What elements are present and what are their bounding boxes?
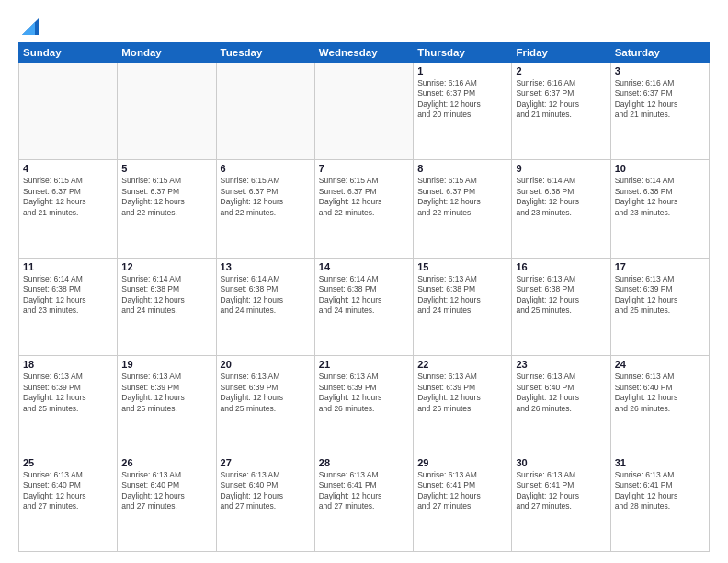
day-number: 18 (23, 359, 113, 370)
calendar-cell (118, 63, 216, 160)
day-number: 11 (23, 261, 113, 272)
page: SundayMondayTuesdayWednesdayThursdayFrid… (0, 0, 728, 563)
day-info: Sunrise: 6:13 AM Sunset: 6:38 PM Dayligh… (417, 274, 507, 316)
day-number: 10 (615, 163, 705, 174)
calendar-cell: 27Sunrise: 6:13 AM Sunset: 6:40 PM Dayli… (216, 454, 314, 551)
day-number: 17 (615, 261, 705, 272)
day-number: 13 (221, 261, 311, 272)
logo-icon (22, 15, 39, 35)
day-number: 8 (417, 163, 507, 174)
day-info: Sunrise: 6:16 AM Sunset: 6:37 PM Dayligh… (417, 78, 507, 121)
day-number: 20 (221, 359, 311, 370)
day-info: Sunrise: 6:13 AM Sunset: 6:39 PM Dayligh… (615, 274, 705, 316)
calendar-cell: 21Sunrise: 6:13 AM Sunset: 6:39 PM Dayli… (314, 356, 413, 454)
calendar-cell: 31Sunrise: 6:13 AM Sunset: 6:41 PM Dayli… (610, 454, 709, 551)
calendar-cell (19, 63, 118, 160)
day-number: 6 (221, 163, 311, 174)
day-number: 27 (221, 457, 311, 468)
day-info: Sunrise: 6:13 AM Sunset: 6:41 PM Dayligh… (615, 470, 705, 512)
day-info: Sunrise: 6:15 AM Sunset: 6:37 PM Dayligh… (121, 176, 211, 218)
day-info: Sunrise: 6:15 AM Sunset: 6:37 PM Dayligh… (319, 176, 409, 218)
calendar-cell: 9Sunrise: 6:14 AM Sunset: 6:38 PM Daylig… (512, 160, 610, 258)
day-number: 1 (417, 65, 507, 76)
weekday-header-sunday: Sunday (19, 43, 118, 63)
calendar-cell: 22Sunrise: 6:13 AM Sunset: 6:39 PM Dayli… (414, 356, 512, 454)
day-info: Sunrise: 6:13 AM Sunset: 6:39 PM Dayligh… (417, 372, 507, 414)
calendar-cell: 18Sunrise: 6:13 AM Sunset: 6:39 PM Dayli… (19, 356, 118, 454)
calendar-cell: 24Sunrise: 6:13 AM Sunset: 6:40 PM Dayli… (610, 356, 709, 454)
weekday-header-thursday: Thursday (414, 43, 512, 63)
day-info: Sunrise: 6:13 AM Sunset: 6:38 PM Dayligh… (516, 274, 606, 316)
calendar-cell: 17Sunrise: 6:13 AM Sunset: 6:39 PM Dayli… (610, 258, 709, 355)
calendar-cell: 28Sunrise: 6:13 AM Sunset: 6:41 PM Dayli… (314, 454, 413, 551)
day-number: 4 (23, 163, 113, 174)
header (18, 15, 710, 35)
day-number: 22 (417, 359, 507, 370)
weekday-header-saturday: Saturday (610, 43, 709, 63)
day-info: Sunrise: 6:13 AM Sunset: 6:41 PM Dayligh… (417, 470, 507, 512)
week-row-3: 11Sunrise: 6:14 AM Sunset: 6:38 PM Dayli… (19, 258, 710, 355)
calendar-cell: 3Sunrise: 6:16 AM Sunset: 6:37 PM Daylig… (610, 63, 709, 160)
day-number: 15 (417, 261, 507, 272)
week-row-5: 25Sunrise: 6:13 AM Sunset: 6:40 PM Dayli… (19, 454, 710, 551)
calendar-cell: 2Sunrise: 6:16 AM Sunset: 6:37 PM Daylig… (512, 63, 610, 160)
day-info: Sunrise: 6:13 AM Sunset: 6:39 PM Dayligh… (121, 372, 211, 414)
day-info: Sunrise: 6:13 AM Sunset: 6:41 PM Dayligh… (516, 470, 606, 512)
week-row-4: 18Sunrise: 6:13 AM Sunset: 6:39 PM Dayli… (19, 356, 710, 454)
calendar-cell: 23Sunrise: 6:13 AM Sunset: 6:40 PM Dayli… (512, 356, 610, 454)
week-row-1: 1Sunrise: 6:16 AM Sunset: 6:37 PM Daylig… (19, 63, 710, 160)
day-info: Sunrise: 6:14 AM Sunset: 6:38 PM Dayligh… (516, 176, 606, 218)
day-number: 24 (615, 359, 705, 370)
calendar-cell: 20Sunrise: 6:13 AM Sunset: 6:39 PM Dayli… (216, 356, 314, 454)
calendar-cell: 10Sunrise: 6:14 AM Sunset: 6:38 PM Dayli… (610, 160, 709, 258)
day-info: Sunrise: 6:13 AM Sunset: 6:39 PM Dayligh… (221, 372, 311, 414)
calendar-cell: 26Sunrise: 6:13 AM Sunset: 6:40 PM Dayli… (118, 454, 216, 551)
day-number: 3 (615, 65, 705, 76)
calendar-cell: 16Sunrise: 6:13 AM Sunset: 6:38 PM Dayli… (512, 258, 610, 355)
weekday-header-tuesday: Tuesday (216, 43, 314, 63)
weekday-header-row: SundayMondayTuesdayWednesdayThursdayFrid… (19, 43, 710, 63)
day-info: Sunrise: 6:14 AM Sunset: 6:38 PM Dayligh… (23, 274, 113, 316)
day-number: 2 (516, 65, 606, 76)
day-info: Sunrise: 6:15 AM Sunset: 6:37 PM Dayligh… (23, 176, 113, 218)
calendar-cell (314, 63, 413, 160)
day-number: 14 (319, 261, 409, 272)
calendar-cell: 14Sunrise: 6:14 AM Sunset: 6:38 PM Dayli… (314, 258, 413, 355)
day-info: Sunrise: 6:13 AM Sunset: 6:41 PM Dayligh… (319, 470, 409, 512)
weekday-header-wednesday: Wednesday (314, 43, 413, 63)
calendar-cell: 5Sunrise: 6:15 AM Sunset: 6:37 PM Daylig… (118, 160, 216, 258)
calendar-cell: 4Sunrise: 6:15 AM Sunset: 6:37 PM Daylig… (19, 160, 118, 258)
day-info: Sunrise: 6:14 AM Sunset: 6:38 PM Dayligh… (121, 274, 211, 316)
day-info: Sunrise: 6:14 AM Sunset: 6:38 PM Dayligh… (615, 176, 705, 218)
day-info: Sunrise: 6:15 AM Sunset: 6:37 PM Dayligh… (221, 176, 311, 218)
day-number: 9 (516, 163, 606, 174)
day-number: 19 (121, 359, 211, 370)
day-info: Sunrise: 6:14 AM Sunset: 6:38 PM Dayligh… (221, 274, 311, 316)
day-info: Sunrise: 6:13 AM Sunset: 6:40 PM Dayligh… (615, 372, 705, 414)
logo (18, 15, 39, 35)
calendar-cell: 7Sunrise: 6:15 AM Sunset: 6:37 PM Daylig… (314, 160, 413, 258)
day-info: Sunrise: 6:16 AM Sunset: 6:37 PM Dayligh… (615, 78, 705, 121)
svg-marker-1 (22, 22, 35, 35)
calendar-cell: 1Sunrise: 6:16 AM Sunset: 6:37 PM Daylig… (414, 63, 512, 160)
day-number: 16 (516, 261, 606, 272)
calendar-cell: 29Sunrise: 6:13 AM Sunset: 6:41 PM Dayli… (414, 454, 512, 551)
weekday-header-monday: Monday (118, 43, 216, 63)
calendar-cell: 15Sunrise: 6:13 AM Sunset: 6:38 PM Dayli… (414, 258, 512, 355)
day-info: Sunrise: 6:15 AM Sunset: 6:37 PM Dayligh… (417, 176, 507, 218)
day-number: 30 (516, 457, 606, 468)
day-info: Sunrise: 6:13 AM Sunset: 6:39 PM Dayligh… (23, 372, 113, 414)
day-info: Sunrise: 6:13 AM Sunset: 6:40 PM Dayligh… (23, 470, 113, 512)
day-number: 12 (121, 261, 211, 272)
day-info: Sunrise: 6:13 AM Sunset: 6:40 PM Dayligh… (121, 470, 211, 512)
day-number: 25 (23, 457, 113, 468)
calendar-cell: 25Sunrise: 6:13 AM Sunset: 6:40 PM Dayli… (19, 454, 118, 551)
weekday-header-friday: Friday (512, 43, 610, 63)
day-number: 7 (319, 163, 409, 174)
calendar-cell: 19Sunrise: 6:13 AM Sunset: 6:39 PM Dayli… (118, 356, 216, 454)
calendar-cell: 11Sunrise: 6:14 AM Sunset: 6:38 PM Dayli… (19, 258, 118, 355)
day-number: 31 (615, 457, 705, 468)
calendar-cell (216, 63, 314, 160)
day-number: 29 (417, 457, 507, 468)
day-number: 21 (319, 359, 409, 370)
